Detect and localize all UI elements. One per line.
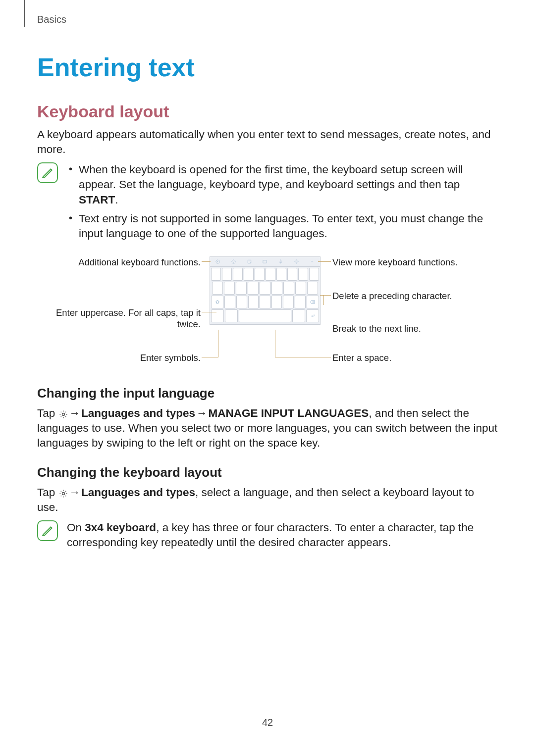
leader-line: [319, 328, 331, 328]
keyboard-illustration: [210, 256, 321, 325]
tab-indicator: [24, 0, 25, 27]
note-block-2: On 3x4 keyboard, a key has three or four…: [37, 520, 498, 551]
svg-rect-6: [280, 259, 281, 262]
note-block-1: When the keyboard is opened for the firs…: [37, 162, 498, 246]
section-heading-keyboard-layout: Keyboard layout: [37, 102, 498, 121]
leader-line: [318, 261, 331, 262]
toolbar-emoji-icon: [231, 258, 237, 264]
keyboard-keys: [210, 267, 320, 324]
callout-space: Enter a space.: [332, 352, 491, 363]
leader-line: [323, 295, 324, 305]
svg-point-9: [62, 492, 64, 495]
section3-body: Tap → Languages and types, select a lang…: [37, 485, 498, 515]
callout-uppercase: Enter uppercase. For all caps, tap it tw…: [42, 307, 201, 330]
leader-line: [202, 312, 216, 312]
arrow: →: [68, 485, 82, 500]
keyboard-toolbar: [210, 257, 320, 267]
note-bold: START: [79, 194, 115, 206]
svg-rect-5: [263, 260, 267, 263]
gear-icon: [58, 488, 68, 498]
leader-line: [275, 357, 331, 357]
breadcrumb: Basics: [37, 14, 498, 25]
callout-symbols: Enter symbols.: [102, 352, 201, 363]
leader-line: [320, 295, 331, 296]
page-content: Basics Entering text Keyboard layout A k…: [0, 0, 535, 550]
gear-icon: [58, 408, 68, 418]
svg-point-8: [62, 413, 64, 415]
section-heading-input-language: Changing the input language: [37, 386, 498, 401]
bold-text: Languages and types: [81, 407, 195, 419]
page-title: Entering text: [37, 52, 498, 82]
bold-text: MANAGE INPUT LANGUAGES: [209, 407, 369, 419]
callout-view-more: View more keyboard functions.: [332, 256, 491, 268]
leader-line: [218, 330, 218, 357]
note-item: Text entry is not supported in some lang…: [67, 211, 498, 242]
bold-text: Languages and types: [81, 486, 195, 499]
svg-rect-4: [248, 260, 251, 263]
note2-body: On 3x4 keyboard, a key has three or four…: [67, 520, 498, 551]
svg-point-1: [232, 259, 235, 263]
keyboard-diagram: Additional keyboard functions. Enter upp…: [37, 255, 498, 372]
section1-body: A keyboard appears automatically when yo…: [37, 127, 498, 157]
arrow: →: [68, 406, 82, 421]
space-key: [239, 309, 291, 322]
note-text: Text entry is not supported in some lang…: [79, 212, 483, 240]
arrow: →: [195, 406, 209, 421]
note-text: When the keyboard is opened for the firs…: [79, 163, 463, 191]
note-item: When the keyboard is opened for the firs…: [67, 162, 498, 207]
toolbar-voice-icon: [278, 258, 284, 264]
toolbar-sticker-icon: [246, 258, 252, 264]
section2-body: Tap → Languages and types → MANAGE INPUT…: [37, 406, 498, 451]
callout-delete: Delete a preceding character.: [332, 290, 491, 302]
section-heading-keyboard-layout-change: Changing the keyboard layout: [37, 465, 498, 480]
toolbar-live-message-icon: [215, 258, 221, 264]
leader-line: [202, 261, 211, 262]
note-icon: [37, 162, 58, 183]
note-icon: [37, 520, 58, 541]
backspace-key-icon: [307, 296, 319, 308]
leader-line: [202, 357, 218, 357]
text: Tap: [37, 486, 58, 499]
symbols-key: [211, 309, 224, 322]
text: On: [67, 521, 85, 534]
text: Tap: [37, 407, 58, 419]
toolbar-expand-icon: [309, 258, 315, 264]
note-text: .: [115, 194, 118, 206]
shift-key-icon: [211, 296, 223, 308]
callout-break-line: Break to the next line.: [332, 323, 491, 334]
bold-text: 3x4 keyboard: [85, 521, 156, 534]
note-list-1: When the keyboard is opened for the firs…: [67, 162, 498, 246]
toolbar-gif-icon: [262, 258, 268, 264]
toolbar-settings-icon: [293, 258, 299, 264]
page-number: 42: [0, 717, 535, 728]
enter-key-icon: [306, 309, 319, 322]
svg-point-7: [296, 261, 297, 262]
callout-additional-functions: Additional keyboard functions.: [52, 256, 201, 268]
leader-line: [275, 330, 275, 357]
